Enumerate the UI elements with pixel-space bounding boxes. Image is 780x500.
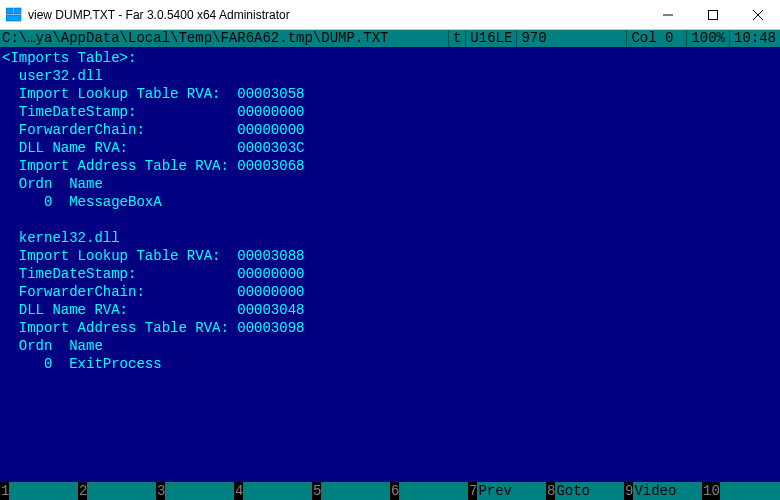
fkey-10[interactable]: 10: [702, 482, 780, 500]
window-titlebar: view DUMP.TXT - Far 3.0.5400 x64 Adminis…: [0, 0, 780, 30]
fkey-label: [720, 482, 780, 500]
fkey-label: Prev: [477, 482, 546, 500]
function-key-bar: 1234567Prev8Goto9Video10: [0, 482, 780, 500]
fkey-7[interactable]: 7Prev: [468, 482, 546, 500]
status-path: C:\…ya\AppData\Local\Temp\FAR6A62.tmp\DU…: [0, 30, 448, 47]
status-time: 10:48: [729, 30, 780, 47]
fkey-number: 5: [312, 482, 321, 500]
fkey-label: Goto: [555, 482, 624, 500]
fkey-label: [321, 482, 390, 500]
fkey-4[interactable]: 4: [234, 482, 312, 500]
svg-rect-2: [6, 15, 21, 21]
fkey-number: 4: [234, 482, 243, 500]
fkey-label: Video: [633, 482, 702, 500]
status-percent: 100%: [686, 30, 729, 47]
fkey-8[interactable]: 8Goto: [546, 482, 624, 500]
fkey-label: [9, 482, 78, 500]
svg-rect-0: [6, 8, 13, 14]
fkey-number: 7: [468, 482, 477, 500]
status-mode: t: [448, 30, 465, 47]
fkey-number: 10: [702, 482, 720, 500]
window-title: view DUMP.TXT - Far 3.0.5400 x64 Adminis…: [28, 8, 645, 22]
status-bar: C:\…ya\AppData\Local\Temp\FAR6A62.tmp\DU…: [0, 30, 780, 47]
fkey-number: 1: [0, 482, 9, 500]
fkey-label: [87, 482, 156, 500]
fkey-label: [243, 482, 312, 500]
fkey-label: [399, 482, 468, 500]
fkey-6[interactable]: 6: [390, 482, 468, 500]
fkey-3[interactable]: 3: [156, 482, 234, 500]
svg-rect-1: [14, 8, 21, 14]
fkey-2[interactable]: 2: [78, 482, 156, 500]
fkey-label: [165, 482, 234, 500]
fkey-number: 2: [78, 482, 87, 500]
fkey-5[interactable]: 5: [312, 482, 390, 500]
fkey-number: 9: [624, 482, 633, 500]
status-column: Col 0: [626, 30, 686, 47]
fkey-number: 3: [156, 482, 165, 500]
app-icon: [6, 7, 22, 23]
status-size: 970: [516, 30, 626, 47]
minimize-button[interactable]: [645, 0, 690, 29]
svg-rect-4: [708, 10, 717, 19]
maximize-button[interactable]: [690, 0, 735, 29]
fkey-9[interactable]: 9Video: [624, 482, 702, 500]
viewer-content[interactable]: <Imports Table>: user32.dll Import Looku…: [0, 47, 780, 482]
status-encoding: U16LE: [465, 30, 516, 47]
fkey-number: 6: [390, 482, 399, 500]
close-button[interactable]: [735, 0, 780, 29]
fkey-1[interactable]: 1: [0, 482, 78, 500]
fkey-number: 8: [546, 482, 555, 500]
window-controls: [645, 0, 780, 29]
